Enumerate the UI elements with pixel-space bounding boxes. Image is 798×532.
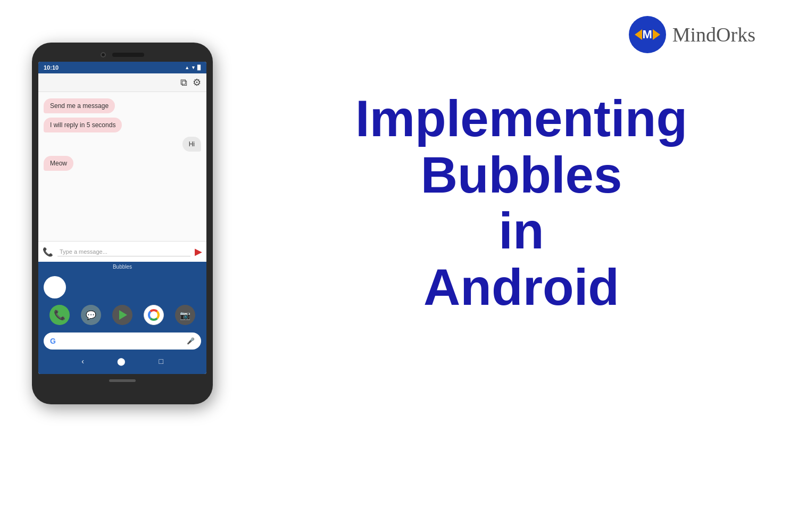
send-icon[interactable]: ▶ — [195, 246, 202, 257]
nav-bar: ‹ ⬤ □ — [44, 353, 201, 370]
app-icons-row: 📞 💬 📷 — [44, 303, 201, 329]
logo-letter-m: M — [643, 28, 652, 41]
phone-top-bar — [38, 49, 206, 62]
bubbles-label-area: Bubbles — [38, 262, 206, 272]
phone-speaker — [112, 53, 144, 57]
arrow-right-icon — [653, 29, 660, 40]
mindorks-icon: M — [629, 16, 666, 53]
phone-shell: 10:10 ▲ ▼ ▉ ⧉ ⚙ Send me a message I will… — [32, 43, 213, 404]
play-app-icon[interactable] — [112, 305, 132, 325]
share-icon[interactable]: ⧉ — [180, 77, 187, 88]
android-home: 📞 💬 📷 G — [38, 272, 206, 374]
recents-button[interactable]: □ — [159, 357, 163, 365]
status-time: 10:10 — [44, 64, 59, 71]
bubble-circle-icon — [44, 276, 66, 298]
phone-app-icon[interactable]: 📞 — [49, 305, 70, 325]
title-line3: in — [266, 203, 777, 259]
title-line2: Bubbles — [266, 147, 777, 203]
phone-call-icon: 📞 — [43, 247, 53, 257]
chat-area: Send me a message I will reply in 5 seco… — [38, 92, 206, 241]
sms-app-icon[interactable]: 💬 — [81, 305, 101, 325]
signal-icon: ▲ — [185, 65, 189, 70]
mindorks-logo: M MindOrks — [629, 16, 755, 53]
app-bar: ⧉ ⚙ — [38, 73, 206, 92]
wifi-icon: ▼ — [191, 65, 196, 70]
back-button[interactable]: ‹ — [81, 357, 84, 365]
chrome-app-icon[interactable] — [144, 305, 164, 325]
status-icons: ▲ ▼ ▉ — [185, 65, 201, 70]
phone-mockup: 10:10 ▲ ▼ ▉ ⧉ ⚙ Send me a message I will… — [32, 43, 213, 404]
status-bar: 10:10 ▲ ▼ ▉ — [38, 62, 206, 73]
chat-message-4: Meow — [44, 156, 73, 171]
title-area: Implementing Bubbles in Android — [266, 90, 777, 315]
bubbles-label: Bubbles — [113, 264, 132, 270]
phone-bottom-indicator — [109, 379, 136, 382]
camera-app-icon[interactable]: 📷 — [175, 305, 195, 325]
title-line4: Android — [266, 259, 777, 315]
chat-message-1: Send me a message — [44, 98, 115, 113]
input-bar: 📞 Type a message... ▶ — [38, 241, 206, 262]
arrow-left-icon — [635, 29, 642, 40]
brand-name: MindOrks — [672, 23, 755, 46]
front-camera — [101, 52, 106, 57]
chat-message-2: I will reply in 5 seconds — [44, 118, 122, 132]
phone-bottom-bar — [38, 374, 206, 384]
google-mic-icon: 🎤 — [187, 337, 195, 345]
message-input[interactable]: Type a message... — [57, 247, 190, 256]
google-search-bar[interactable]: G 🎤 — [44, 332, 201, 350]
battery-icon: ▉ — [197, 65, 201, 70]
google-g-icon: G — [50, 337, 56, 345]
settings-icon[interactable]: ⚙ — [193, 77, 201, 88]
chat-message-3: Hi — [182, 137, 201, 152]
title-line1: Implementing — [266, 90, 777, 147]
home-button[interactable]: ⬤ — [117, 357, 126, 365]
phone-screen: 10:10 ▲ ▼ ▉ ⧉ ⚙ Send me a message I will… — [38, 62, 206, 374]
